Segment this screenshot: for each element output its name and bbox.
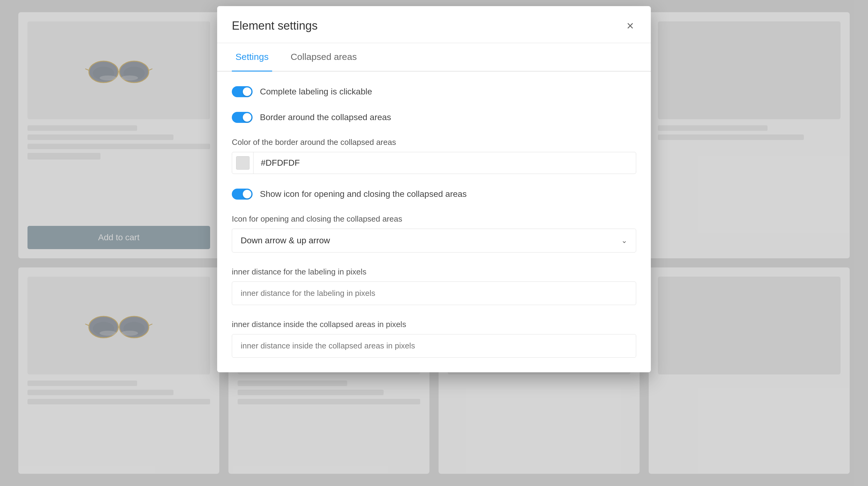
color-input-row (232, 152, 636, 174)
tab-collapsed-areas[interactable]: Collapsed areas (287, 43, 361, 72)
color-field-label: Color of the border around the collapsed… (232, 138, 636, 147)
modal-body: Complete labeling is clickable Border ar… (217, 72, 651, 372)
border-label: Border around the collapsed areas (260, 113, 391, 122)
icon-field-label: Icon for opening and closing the collaps… (232, 214, 636, 224)
toggle-complete-labeling[interactable] (232, 86, 253, 97)
element-settings-modal: Element settings × Settings Collapsed ar… (217, 6, 651, 372)
toggle-border[interactable] (232, 112, 253, 123)
icon-field-group: Icon for opening and closing the collaps… (232, 214, 636, 253)
modal-title: Element settings (232, 19, 318, 32)
inner-distance-label-group: inner distance for the labeling in pixel… (232, 267, 636, 305)
inner-distance-collapsed-input[interactable] (232, 334, 636, 358)
icon-dropdown[interactable]: Down arrow & up arrow ⌄ (232, 229, 636, 253)
toggle-thumb (243, 113, 251, 122)
color-swatch (236, 156, 250, 170)
show-icon-label: Show icon for opening and closing the co… (260, 189, 467, 199)
modal-close-button[interactable]: × (624, 17, 636, 34)
inner-distance-collapsed-label: inner distance inside the collapsed area… (232, 320, 636, 329)
toggle-thumb (243, 87, 251, 96)
dropdown-display: Down arrow & up arrow ⌄ (232, 229, 636, 252)
tab-settings[interactable]: Settings (232, 43, 272, 72)
dropdown-selected-value: Down arrow & up arrow (241, 236, 330, 246)
inner-distance-label-label: inner distance for the labeling in pixel… (232, 267, 636, 277)
color-field-group: Color of the border around the collapsed… (232, 138, 636, 174)
complete-labeling-label: Complete labeling is clickable (260, 87, 372, 96)
inner-distance-label-input[interactable] (232, 282, 636, 305)
color-value-input[interactable] (253, 158, 636, 168)
toggle-thumb (243, 190, 251, 198)
color-swatch-button[interactable] (232, 152, 253, 174)
toggle-complete-labeling-row: Complete labeling is clickable (232, 86, 636, 97)
toggle-show-icon-row: Show icon for opening and closing the co… (232, 189, 636, 200)
modal-header: Element settings × (217, 6, 651, 43)
modal-container: Element settings × Settings Collapsed ar… (217, 0, 651, 486)
modal-tabs: Settings Collapsed areas (217, 43, 651, 72)
toggle-show-icon[interactable] (232, 189, 253, 200)
chevron-down-icon: ⌄ (621, 236, 627, 245)
toggle-border-row: Border around the collapsed areas (232, 112, 636, 123)
inner-distance-collapsed-group: inner distance inside the collapsed area… (232, 320, 636, 358)
